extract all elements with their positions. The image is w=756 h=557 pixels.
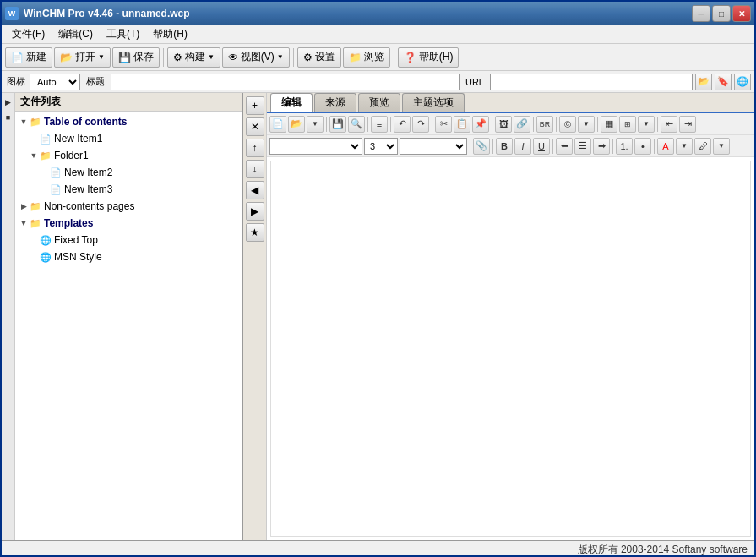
et2-btn-attach[interactable]: 📎	[473, 138, 490, 155]
tree-item-item3[interactable]: 📄 New Item3	[15, 181, 242, 198]
et-btn-paste[interactable]: 📌	[472, 116, 489, 133]
tree-item-templates[interactable]: ▼ 📁 Templates	[15, 215, 242, 232]
view-icon: 👁	[228, 52, 238, 63]
tree-item-toc[interactable]: ▼ 📁 Table of contents	[15, 113, 242, 130]
help-button[interactable]: ❓ 帮助(H)	[398, 47, 460, 68]
url-bookmark-button[interactable]: 🔖	[715, 74, 732, 90]
et-btn-open[interactable]: 📂	[288, 116, 305, 133]
move-down-button[interactable]: ↓	[246, 160, 264, 178]
settings-icon: ⚙	[303, 52, 313, 63]
expand-toc[interactable]: ▼	[19, 117, 29, 126]
minimize-button[interactable]: ─	[692, 5, 710, 22]
maximize-button[interactable]: □	[712, 5, 731, 22]
et-btn-indent-left[interactable]: ⇤	[661, 116, 677, 133]
et2-btn-color[interactable]: A	[657, 138, 674, 155]
et2-btn-align-left[interactable]: ⬅	[556, 138, 573, 155]
et-btn-align[interactable]: ≡	[371, 116, 388, 133]
et-btn-new[interactable]: 📄	[269, 116, 286, 133]
tree-item-msnstyle[interactable]: 🌐 MSN Style	[15, 248, 242, 265]
et-btn-save[interactable]: 💾	[329, 116, 346, 133]
settings-button[interactable]: ⚙ 设置	[297, 47, 341, 68]
menu-edit[interactable]: 编辑(C)	[52, 25, 100, 43]
et2-btn-align-center[interactable]: ☰	[574, 138, 591, 155]
url-browse-button[interactable]: 📂	[695, 74, 712, 90]
et2-btn-highlight-drop[interactable]: ▼	[713, 138, 730, 155]
et-btn-table[interactable]: ▦	[601, 116, 617, 133]
expand-item2	[39, 168, 49, 177]
browse-icon: 📁	[349, 52, 362, 63]
et2-btn-color-drop[interactable]: ▼	[676, 138, 693, 155]
et2-btn-ul[interactable]: •	[634, 138, 651, 155]
tab-preview[interactable]: 预览	[358, 93, 400, 112]
expand-noncontents[interactable]: ▶	[19, 202, 29, 210]
view-button[interactable]: 👁 视图(V) ▼	[222, 47, 290, 68]
et2-btn-underline[interactable]: U	[533, 138, 550, 155]
et-btn-br[interactable]: BR	[536, 116, 553, 133]
move-right-button[interactable]: ▶	[246, 202, 264, 221]
et-btn-copy-drop[interactable]: ▼	[578, 116, 595, 133]
menubar: 文件(F) 编辑(C) 工具(T) 帮助(H)	[2, 25, 754, 44]
delete-item-button[interactable]: ✕	[246, 117, 264, 136]
et-btn-copy[interactable]: 📋	[454, 116, 470, 133]
icon-select[interactable]: Auto	[30, 74, 80, 90]
title-input[interactable]	[111, 74, 460, 90]
move-up-button[interactable]: ↑	[246, 139, 264, 157]
label-item1: New Item1	[54, 133, 102, 145]
template-icon-fixedtop: 🌐	[39, 234, 52, 246]
open-icon: 📂	[60, 52, 73, 63]
tree-item-item1[interactable]: 📄 New Item1	[15, 130, 242, 147]
properties-button[interactable]: ★	[246, 223, 264, 242]
url-input[interactable]	[490, 74, 693, 90]
tab-theme[interactable]: 主题选项	[402, 93, 465, 112]
font-size-select[interactable]: 3	[364, 138, 398, 155]
move-left-button[interactable]: ◀	[246, 181, 264, 199]
et-btn-redo[interactable]: ↷	[412, 116, 429, 133]
et2-btn-italic[interactable]: I	[514, 138, 531, 155]
et2-btn-highlight[interactable]: 🖊	[694, 138, 711, 155]
new-icon: 📄	[11, 52, 24, 63]
tree-item-fixedtop[interactable]: 🌐 Fixed Top	[15, 232, 242, 248]
label-folder1: Folder1	[54, 150, 89, 161]
et-sep1	[326, 117, 327, 132]
new-button[interactable]: 📄 新建	[5, 47, 52, 68]
editor-content[interactable]	[270, 161, 751, 537]
et-btn-table-drop[interactable]: ▼	[638, 116, 655, 133]
font-family-select[interactable]	[269, 138, 362, 155]
tree-item-noncontents[interactable]: ▶ 📁 Non-contents pages	[15, 198, 242, 215]
et-btn-copy2[interactable]: ©	[559, 116, 576, 133]
menu-file[interactable]: 文件(F)	[5, 25, 52, 43]
tab-source[interactable]: 来源	[314, 93, 356, 112]
menu-tools[interactable]: 工具(T)	[100, 25, 146, 43]
et-btn-cut[interactable]: ✂	[435, 116, 452, 133]
close-button[interactable]: ✕	[732, 5, 751, 22]
et2-btn-ol[interactable]: 1.	[616, 138, 633, 155]
url-go-button[interactable]: 🌐	[734, 74, 751, 90]
file-tree: ▼ 📁 Table of contents 📄 New Item1 ▼ 📁 Fo…	[15, 112, 242, 540]
et-btn-open-drop[interactable]: ▼	[307, 116, 324, 133]
tab-edit[interactable]: 编辑	[270, 93, 313, 112]
sidebar-icon-1[interactable]: ▶	[3, 96, 14, 108]
expand-templates[interactable]: ▼	[19, 219, 29, 227]
et-btn-undo[interactable]: ↶	[394, 116, 411, 133]
open-button[interactable]: 📂 打开 ▼	[54, 47, 111, 68]
et-btn-img[interactable]: 🖼	[495, 116, 512, 133]
save-button[interactable]: 💾 保存	[112, 47, 160, 68]
template-icon-msnstyle: 🌐	[39, 251, 52, 263]
tree-item-folder1[interactable]: ▼ 📁 Folder1	[15, 147, 242, 164]
et-btn-search[interactable]: 🔍	[348, 116, 365, 133]
menu-help[interactable]: 帮助(H)	[146, 25, 194, 43]
folder-icon-noncontents: 📁	[29, 200, 42, 212]
et-btn-indent-right[interactable]: ⇥	[679, 116, 696, 133]
et2-btn-align-right[interactable]: ➡	[593, 138, 610, 155]
add-item-button[interactable]: +	[246, 96, 264, 115]
expand-item3	[39, 185, 49, 194]
build-button[interactable]: ⚙ 构建 ▼	[167, 47, 220, 68]
et-btn-link[interactable]: 🔗	[514, 116, 530, 133]
et-btn-table2[interactable]: ⊞	[619, 116, 636, 133]
tree-item-item2[interactable]: 📄 New Item2	[15, 164, 242, 181]
sidebar-icon-2[interactable]: ■	[3, 112, 14, 123]
et2-btn-bold[interactable]: B	[496, 138, 513, 155]
expand-folder1[interactable]: ▼	[29, 151, 39, 160]
browse-button[interactable]: 📁 浏览	[343, 47, 390, 68]
font-style-select[interactable]	[400, 138, 467, 155]
